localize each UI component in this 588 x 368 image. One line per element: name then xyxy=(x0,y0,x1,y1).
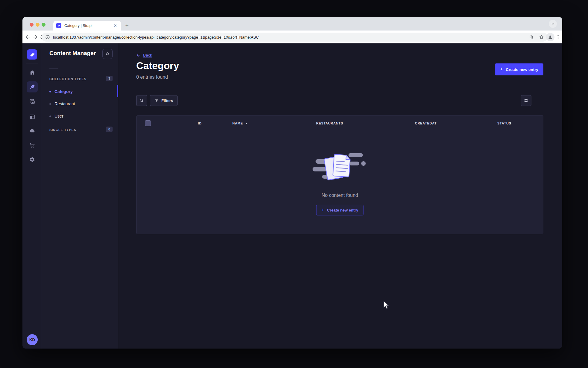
browser-profile-avatar[interactable] xyxy=(546,33,554,41)
section-single-types: SINGLE TYPES xyxy=(49,128,76,132)
search-icon xyxy=(105,52,110,56)
create-new-entry-button[interactable]: + Create new entry xyxy=(495,63,543,75)
minimize-window-button[interactable] xyxy=(36,23,40,27)
sidebar-item-label: Restaurant xyxy=(54,101,75,106)
media-library-icon[interactable] xyxy=(27,96,38,107)
tab-title: Category | Strapi xyxy=(64,24,113,28)
bookmark-star-icon[interactable] xyxy=(539,35,544,40)
section-collection-types: COLLECTION TYPES xyxy=(49,77,86,81)
entries-table: ID NAME▲ RESTAURANTS CREATEDAT STATUS xyxy=(136,115,543,234)
tab-search-chevron-icon[interactable] xyxy=(549,20,557,28)
sidebar-title: Content Manager xyxy=(49,50,96,57)
arrow-left-icon xyxy=(136,53,141,57)
empty-state: No content found + Create new entry xyxy=(137,131,543,235)
tab-close-icon[interactable]: ✕ xyxy=(113,23,118,28)
close-window-button[interactable] xyxy=(30,23,34,27)
browser-menu-icon[interactable] xyxy=(555,34,561,40)
no-content-illustration xyxy=(312,150,368,181)
bullet-icon xyxy=(49,115,51,117)
column-header-name[interactable]: NAME▲ xyxy=(232,121,248,125)
url-text: localhost:1337/admin/content-manager/col… xyxy=(53,35,524,39)
user-avatar[interactable]: KD xyxy=(27,334,38,345)
tab-strip: Category | Strapi ✕ + xyxy=(22,17,562,31)
sidebar-item-user[interactable]: User xyxy=(49,112,63,120)
browser-window: Category | Strapi ✕ + localhost:1337/adm… xyxy=(22,17,562,349)
browser-toolbar: localhost:1337/admin/content-manager/col… xyxy=(22,31,562,44)
collection-types-count-badge: 3 xyxy=(106,76,113,81)
entries-count: 0 entries found xyxy=(136,74,168,80)
content-manager-sidebar: Content Manager COLLECTION TYPES 3 Categ… xyxy=(42,43,118,349)
sort-asc-icon: ▲ xyxy=(245,122,248,125)
column-header-id[interactable]: ID xyxy=(198,121,201,125)
cloud-icon[interactable] xyxy=(27,125,38,136)
empty-message: No content found xyxy=(322,193,358,198)
back-link[interactable]: Back xyxy=(136,53,152,57)
back-label: Back xyxy=(143,53,152,57)
single-types-count-badge: 0 xyxy=(106,127,113,132)
bullet-icon xyxy=(49,103,51,105)
url-bar[interactable]: localhost:1337/admin/content-manager/col… xyxy=(42,33,548,42)
content-type-builder-icon[interactable] xyxy=(27,111,38,122)
sidebar-search-button[interactable] xyxy=(102,49,113,59)
table-search-button[interactable] xyxy=(136,95,147,106)
home-icon[interactable] xyxy=(27,67,38,78)
zoom-page-icon[interactable] xyxy=(529,35,534,40)
main-content: Back Category 0 entries found + Create n… xyxy=(118,43,562,349)
rail-divider xyxy=(26,63,38,63)
forward-icon[interactable] xyxy=(32,34,38,40)
fullscreen-window-button[interactable] xyxy=(42,23,46,27)
sidebar-item-label: User xyxy=(54,114,63,118)
sidebar-item-category[interactable]: Category xyxy=(49,88,73,95)
strapi-logo[interactable] xyxy=(27,49,37,60)
column-header-restaurants[interactable]: RESTAURANTS xyxy=(316,121,343,125)
sidebar-item-label: Category xyxy=(54,89,73,94)
column-header-status[interactable]: STATUS xyxy=(497,121,511,125)
browser-tab[interactable]: Category | Strapi ✕ xyxy=(53,21,121,31)
column-header-createdat[interactable]: CREATEDAT xyxy=(415,121,437,125)
content-manager-icon[interactable] xyxy=(27,81,38,92)
table-settings-button[interactable] xyxy=(521,95,531,106)
empty-create-entry-button[interactable]: + Create new entry xyxy=(316,205,363,215)
filters-button[interactable]: Filters xyxy=(150,95,178,106)
bullet-icon xyxy=(49,91,51,92)
plus-icon: + xyxy=(500,66,503,72)
plus-icon: + xyxy=(321,207,324,212)
table-header-row: ID NAME▲ RESTAURANTS CREATEDAT STATUS xyxy=(137,115,543,131)
filter-icon xyxy=(154,98,159,103)
page-title: Category xyxy=(136,60,179,72)
strapi-favicon-icon xyxy=(56,23,61,28)
gear-icon xyxy=(524,98,528,103)
main-nav-rail: KD xyxy=(22,43,42,349)
strapi-admin-page: KD Content Manager COLLECTION TYPES 3 Ca… xyxy=(22,43,562,349)
site-info-icon[interactable] xyxy=(45,35,50,39)
marketplace-cart-icon[interactable] xyxy=(27,140,38,151)
new-tab-button[interactable]: + xyxy=(123,22,131,29)
sidebar-divider xyxy=(49,69,58,69)
search-icon xyxy=(139,98,144,103)
select-all-checkbox[interactable] xyxy=(145,120,151,126)
back-icon[interactable] xyxy=(25,34,31,40)
settings-gear-icon[interactable] xyxy=(27,154,38,165)
desktop: Category | Strapi ✕ + localhost:1337/adm… xyxy=(0,0,588,368)
sidebar-item-restaurant[interactable]: Restaurant xyxy=(49,100,75,108)
